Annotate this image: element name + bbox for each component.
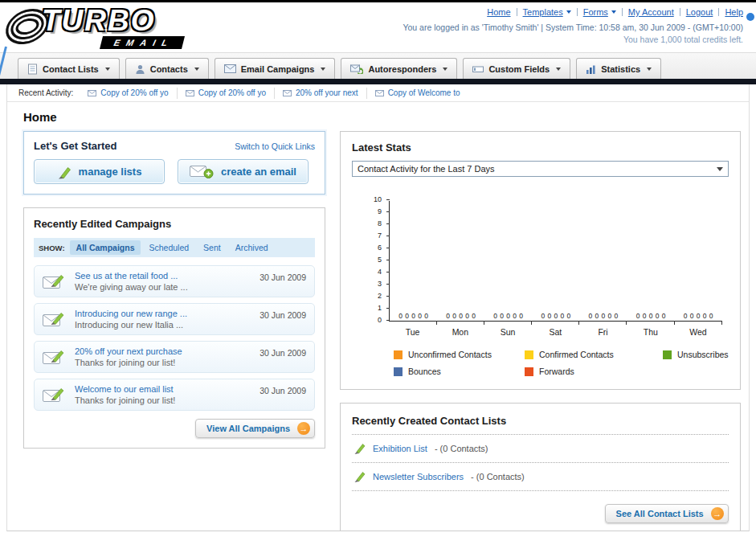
chevron-down-icon bbox=[443, 68, 447, 71]
chart-value-label: 0 bbox=[684, 313, 688, 320]
chevron-down-icon bbox=[611, 10, 616, 14]
chart-bar-cell: 0 bbox=[405, 313, 409, 322]
tab-custom-fields[interactable]: Custom Fields bbox=[463, 58, 570, 79]
app-logo: TURBO EMAIL bbox=[5, 4, 230, 51]
envelope-icon bbox=[375, 90, 384, 96]
campaign-subtitle: Thanks for joining our list! bbox=[75, 358, 247, 367]
logo-subtext: EMAIL bbox=[100, 36, 185, 49]
recent-activity-item: Copy of Welcome to bbox=[367, 88, 468, 99]
filter-all-campaigns[interactable]: All Campaigns bbox=[70, 240, 141, 255]
filter-archived[interactable]: Archived bbox=[229, 240, 275, 255]
contact-list-link[interactable]: Newsletter Subscribers bbox=[373, 472, 464, 481]
chart-group: 00000 bbox=[484, 201, 532, 321]
help-bubble-icon[interactable] bbox=[746, 13, 754, 21]
tab-autoresponders[interactable]: Autoresponders bbox=[341, 58, 457, 79]
nav-separator bbox=[718, 8, 719, 16]
chart-bar-cell: 0 bbox=[662, 313, 666, 322]
page-title: Home bbox=[23, 110, 749, 124]
envelope-plus-icon bbox=[190, 164, 214, 179]
switch-quick-links[interactable]: Switch to Quick Links bbox=[235, 141, 315, 151]
filter-scheduled[interactable]: Scheduled bbox=[142, 240, 195, 255]
header-right: Home Templates Forms My Account Logout H… bbox=[403, 7, 743, 44]
chart-value-label: 0 bbox=[411, 313, 415, 320]
nav-logout-link[interactable]: Logout bbox=[686, 7, 713, 17]
contact-list-link[interactable]: Exhibition List bbox=[373, 444, 427, 453]
chart-value-label: 0 bbox=[703, 313, 707, 320]
dashboard-columns: Let's Get Started Switch to Quick Links … bbox=[7, 131, 749, 531]
legend-item: Confirmed Contacts bbox=[525, 350, 663, 359]
nav-help-link[interactable]: Help bbox=[725, 7, 743, 17]
edit-campaign-icon bbox=[43, 272, 67, 291]
x-axis-label: Thu bbox=[627, 327, 674, 337]
chart-bar-cell: 0 bbox=[684, 313, 688, 322]
nav-my-account-link[interactable]: My Account bbox=[628, 7, 674, 17]
chart-bar-cell: 0 bbox=[601, 313, 605, 322]
tab-contacts[interactable]: Contacts bbox=[125, 58, 209, 79]
chart-bar-cell: 0 bbox=[411, 313, 415, 322]
chevron-down-icon bbox=[194, 68, 199, 71]
chart-bar-cell: 0 bbox=[418, 313, 422, 322]
nav-templates-link[interactable]: Templates bbox=[523, 7, 571, 17]
filter-sent[interactable]: Sent bbox=[197, 240, 227, 255]
recent-activity-link[interactable]: Copy of Welcome to bbox=[388, 88, 460, 97]
chevron-down-icon bbox=[647, 68, 652, 71]
manage-lists-button[interactable]: manage lists bbox=[34, 159, 165, 184]
chart-bar-cell: 0 bbox=[636, 313, 640, 322]
chart-bar-cell: 0 bbox=[656, 313, 660, 322]
stats-period-select[interactable]: Contact Activity for the Last 7 Days bbox=[352, 161, 729, 177]
chart-value-label: 0 bbox=[547, 313, 551, 320]
campaign-title-link[interactable]: Welcome to our email list bbox=[75, 384, 247, 394]
chart-value-label: 0 bbox=[452, 313, 456, 320]
campaign-subtitle: Introducing our new Italia ... bbox=[75, 320, 247, 330]
chart-value-label: 0 bbox=[615, 313, 619, 320]
recent-activity-link[interactable]: Copy of 20% off yo bbox=[198, 88, 266, 97]
recent-activity-link[interactable]: Copy of 20% off yo bbox=[100, 88, 168, 97]
campaign-title-link[interactable]: 20% off your next purchase bbox=[75, 346, 247, 356]
see-all-contact-lists-button[interactable]: See All Contact Lists → bbox=[605, 504, 729, 523]
legend-item: Unsubscribes bbox=[663, 350, 729, 359]
campaign-subtitle: Thanks for joining our list! bbox=[75, 395, 247, 405]
contact-activity-chart: 0123456789100000000000000000000000000000… bbox=[389, 201, 722, 337]
campaign-title-link[interactable]: Introducing our new range ... bbox=[75, 309, 247, 318]
view-all-campaigns-button[interactable]: View All Campaigns → bbox=[195, 419, 315, 438]
tab-statistics[interactable]: Statistics bbox=[576, 58, 661, 79]
campaign-date: 30 Jun 2009 bbox=[259, 386, 306, 395]
chart-group: 00000 bbox=[390, 201, 437, 321]
chart-bar-cell: 0 bbox=[595, 313, 599, 322]
x-axis-label: Tue bbox=[389, 327, 436, 337]
y-axis-tick-label: 7 bbox=[367, 232, 382, 240]
campaign-date: 30 Jun 2009 bbox=[259, 348, 306, 358]
tab-label: Email Campaigns bbox=[241, 64, 315, 74]
tab-label: Statistics bbox=[601, 64, 640, 74]
campaign-title-link[interactable]: See us at the retail food ... bbox=[75, 271, 247, 281]
chart-bar-cell: 0 bbox=[566, 313, 570, 322]
x-axis-label: Sun bbox=[484, 327, 531, 337]
edit-campaign-icon bbox=[43, 348, 67, 367]
chart-value-label: 0 bbox=[541, 313, 545, 320]
nav-forms-link[interactable]: Forms bbox=[583, 7, 616, 17]
manage-lists-label: manage lists bbox=[79, 166, 142, 178]
chart-bar-cell: 0 bbox=[643, 313, 647, 322]
chart-value-label: 0 bbox=[656, 313, 660, 320]
tab-contact-lists[interactable]: Contact Lists bbox=[18, 58, 120, 79]
y-axis-tick-mark bbox=[386, 199, 390, 200]
tab-label: Contacts bbox=[150, 64, 188, 74]
x-axis-label: Fri bbox=[579, 327, 627, 337]
y-axis-tick-label: 4 bbox=[367, 268, 382, 276]
y-axis-tick-label: 3 bbox=[367, 281, 382, 288]
contact-list-item: Newsletter Subscribers - (0 Contacts) bbox=[352, 463, 729, 491]
chart-value-label: 0 bbox=[424, 313, 428, 320]
forward-arrow-icon: → bbox=[711, 507, 724, 520]
tab-email-campaigns[interactable]: Email Campaigns bbox=[215, 58, 336, 79]
campaign-list-item: 20% off your next purchase Thanks for jo… bbox=[34, 341, 315, 373]
create-email-button[interactable]: create an email bbox=[178, 159, 309, 184]
campaign-list-item: Introducing our new range ... Introducin… bbox=[34, 303, 315, 335]
right-column: Latest Stats Contact Activity for the La… bbox=[340, 131, 741, 531]
recent-activity-link[interactable]: 20% off your next bbox=[296, 88, 358, 97]
contact-list-item: Exhibition List - (0 Contacts) bbox=[352, 435, 729, 463]
campaign-date: 30 Jun 2009 bbox=[259, 272, 306, 282]
app-window: TURBO EMAIL Home Templates Forms My Acco… bbox=[0, 0, 756, 549]
nav-home-link[interactable]: Home bbox=[487, 7, 510, 17]
pencil-icon bbox=[353, 442, 366, 455]
chart-bar-cell: 0 bbox=[709, 313, 713, 322]
